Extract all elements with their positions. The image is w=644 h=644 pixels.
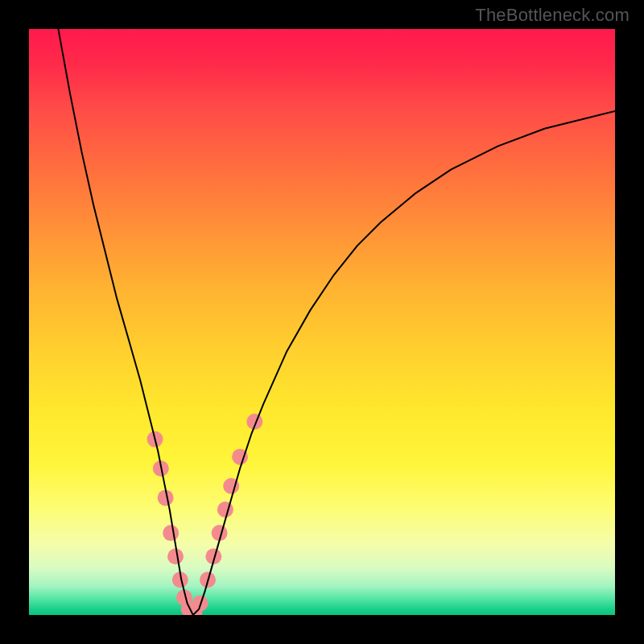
chart-frame: TheBottleneck.com [0,0,644,644]
highlight-marker [217,502,233,518]
chart-overlay-svg [29,29,615,615]
attribution-label: TheBottleneck.com [475,5,630,26]
highlight-marker [167,548,184,564]
bottleneck-curve [58,29,615,615]
highlight-marker [163,525,179,541]
plot-area [29,29,615,615]
highlight-markers [147,414,263,615]
